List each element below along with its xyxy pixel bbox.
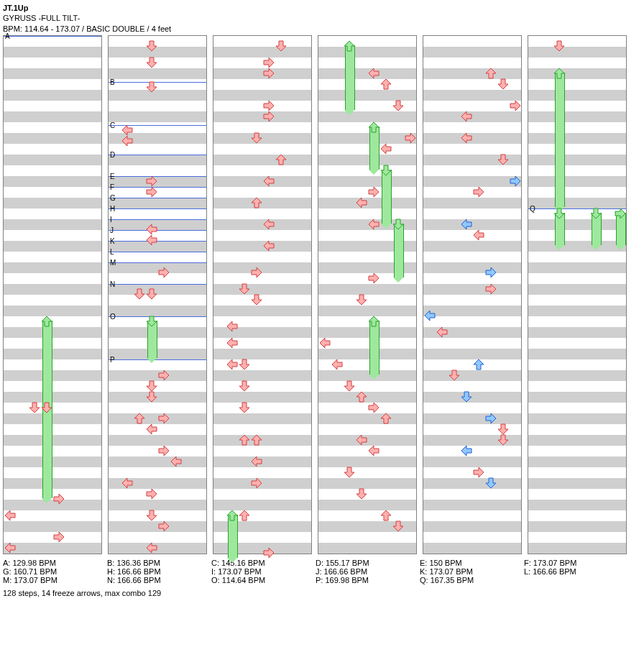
beat-row (528, 349, 626, 359)
bpm-mark: J (109, 230, 206, 231)
beat-row (109, 327, 206, 338)
beat-row (4, 435, 101, 446)
beat-row (423, 532, 521, 543)
beat-row (528, 144, 626, 155)
beat-row (109, 273, 206, 284)
beat-row (528, 456, 626, 467)
step-arrow-d (147, 289, 157, 299)
footer-stats: 128 steps, 14 freeze arrows, max combo 1… (3, 589, 641, 597)
beat-row (528, 219, 626, 230)
bpm-legend: A: 129.98 BPMB: 136.36 BPMC: 145.16 BPMD… (3, 559, 628, 584)
beat-row (213, 467, 311, 478)
step-arrow-r (159, 267, 169, 277)
step-arrow-l (381, 144, 391, 154)
beat-row (109, 392, 206, 403)
beat-row (213, 90, 311, 101)
freeze-arrow-tail (591, 245, 601, 250)
beat-row (423, 252, 521, 262)
beat-row (109, 252, 206, 262)
beat-row (423, 47, 521, 58)
beat-row (318, 316, 416, 327)
step-arrow-r (54, 494, 64, 504)
step-arrow-l (122, 478, 132, 488)
bpm-legend-entry: A: 129.98 BPM (3, 559, 107, 567)
beat-row (213, 273, 311, 284)
freeze-arrow-body (345, 45, 355, 110)
beat-row (4, 467, 101, 478)
step-arrow-d (344, 467, 354, 477)
bpm-legend-entry: Q: 167.35 BPM (420, 576, 524, 584)
bpm-legend-entry: D: 155.17 BPM (316, 559, 420, 567)
step-arrow-r (159, 370, 169, 380)
step-arrow-r (147, 176, 157, 186)
beat-row (213, 424, 311, 435)
beat-row (318, 68, 416, 79)
beat-row (423, 510, 521, 521)
beat-row (4, 338, 101, 349)
bpm-mark: K (109, 241, 206, 242)
beat-row (109, 230, 206, 241)
freeze-arrow-tail (393, 277, 403, 283)
freeze-arrow-tail (369, 170, 379, 175)
beat-row (423, 133, 521, 144)
step-arrow-d (356, 489, 367, 499)
beat-row (318, 349, 416, 359)
beat-row (423, 370, 521, 381)
beat-row (423, 403, 521, 413)
beat-row (213, 252, 311, 262)
beat-row (4, 101, 101, 111)
beat-row (4, 381, 101, 392)
beat-row (213, 370, 311, 381)
beat-row (213, 187, 311, 198)
beat-row (528, 359, 626, 370)
beat-row (528, 446, 626, 456)
beat-row (109, 467, 206, 478)
beat-row (4, 68, 101, 79)
step-arrow-d (498, 435, 508, 445)
step-arrow-l (5, 510, 15, 520)
step-arrow-u (356, 392, 367, 402)
step-arrow-d (252, 295, 262, 305)
beat-row (109, 489, 206, 500)
beat-row (109, 532, 206, 543)
beat-row (423, 456, 521, 467)
beat-row (109, 500, 206, 510)
beat-row (528, 316, 626, 327)
step-arrow-d (147, 316, 157, 326)
step-arrow-l (5, 543, 15, 553)
step-arrow-d (393, 101, 403, 111)
beat-row (4, 327, 101, 338)
beat-row (213, 165, 311, 176)
step-arrow-d (276, 41, 286, 51)
bpm-mark: Q (528, 208, 626, 209)
beat-row (4, 133, 101, 144)
step-arrow-u (381, 413, 391, 423)
beat-row (528, 68, 626, 79)
beat-row (4, 532, 101, 543)
freeze-arrow-body (382, 170, 392, 224)
beat-row (318, 478, 416, 489)
beat-row (528, 306, 626, 316)
beat-row (528, 543, 626, 554)
beat-row (213, 381, 311, 392)
step-arrow-l (147, 224, 157, 234)
beat-row (109, 543, 206, 554)
beat-row (528, 327, 626, 338)
bpm-mark: P (109, 359, 206, 360)
step-arrow-l (332, 359, 342, 370)
step-arrow-l (227, 321, 237, 331)
beat-row (213, 58, 311, 68)
beat-row (109, 456, 206, 467)
step-arrow-l (227, 338, 237, 348)
beat-row (213, 295, 311, 306)
bpm-mark: N (109, 284, 206, 285)
beat-row (4, 510, 101, 521)
step-arrow-d (147, 41, 157, 51)
step-arrow-d (591, 208, 601, 219)
step-arrow-r (264, 111, 274, 121)
step-arrow-r (264, 68, 274, 78)
beat-row (4, 478, 101, 489)
beat-row (109, 111, 206, 122)
step-arrow-d (134, 289, 144, 299)
step-arrow-l (122, 125, 132, 135)
